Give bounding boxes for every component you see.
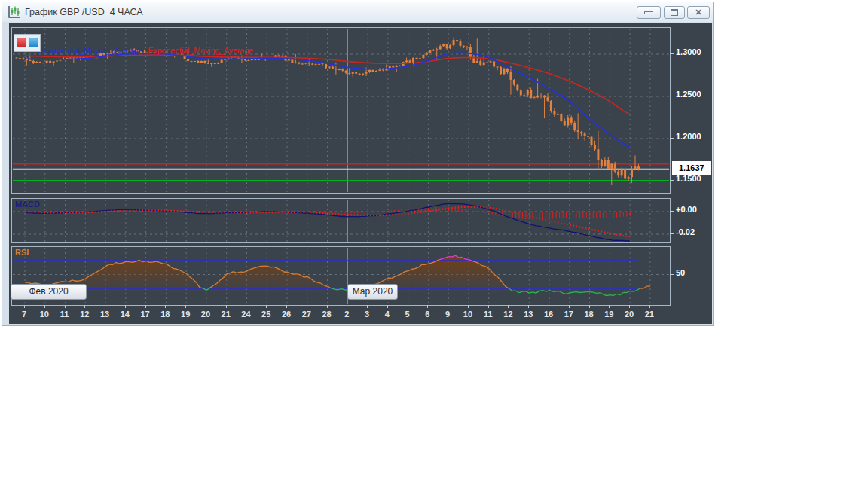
desktop: График GBP /USD 4 ЧАСА ✕ Exponential_Mov… (0, 0, 868, 488)
close-button[interactable]: ✕ (687, 6, 710, 19)
red-square-button[interactable] (17, 38, 26, 47)
macd-label: MACD (15, 200, 40, 209)
candlestick-chart-icon (8, 5, 21, 19)
window-title: График GBP /USD 4 ЧАСА (25, 2, 143, 22)
chart-client-area: Exponential_Moving_AverageExponential_Mo… (9, 23, 712, 324)
month-tooltip-mar: Мар 2020 (347, 284, 398, 300)
legend-button-panel (14, 34, 41, 52)
blue-square-button[interactable] (29, 38, 38, 47)
macd-panel[interactable]: MACD (11, 198, 671, 243)
restore-button[interactable] (664, 6, 685, 19)
current-price-box: 1.1637 (672, 161, 711, 175)
month-tooltip-feb: Фев 2020 (11, 284, 87, 300)
chart-window[interactable]: График GBP /USD 4 ЧАСА ✕ Exponential_Mov… (2, 2, 714, 326)
price-chart-panel[interactable]: Exponential_Moving_AverageExponential_Mo… (11, 27, 671, 194)
rsi-svg[interactable] (12, 247, 670, 305)
minimize-icon (644, 11, 653, 14)
restore-icon (671, 9, 678, 16)
rsi-panel[interactable]: RSI (11, 246, 671, 306)
title-bar[interactable]: График GBP /USD 4 ЧАСА ✕ (2, 2, 713, 22)
minimize-button[interactable] (637, 6, 661, 19)
macd-svg[interactable] (12, 199, 670, 242)
indicator-legend: Exponential_Moving_AverageExponential_Mo… (16, 37, 253, 47)
rsi-label: RSI (15, 248, 29, 257)
ema-fast-legend-label: Exponential_Moving_Average (38, 46, 142, 55)
ema-slow-legend-label: Exponential_Moving_Average (148, 46, 253, 55)
